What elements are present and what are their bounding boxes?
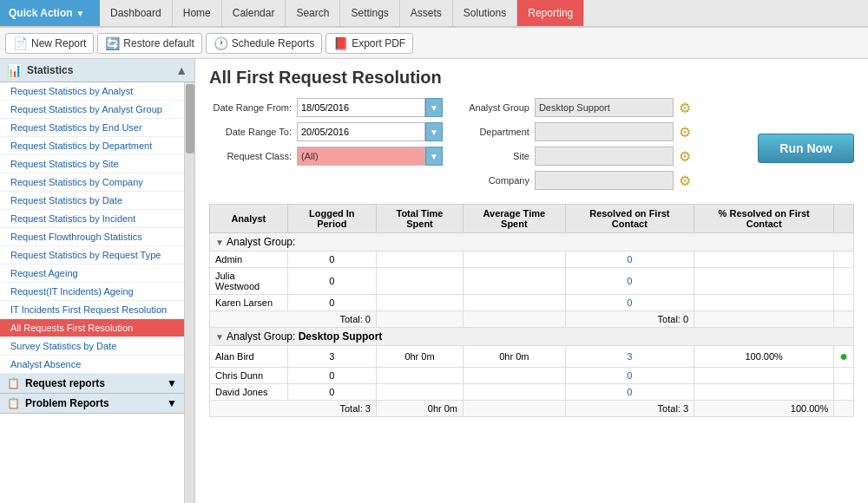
top-nav: Quick Action ▼ Dashboard Home Calendar S… (0, 0, 868, 28)
problem-reports-label: Problem Reports (25, 397, 109, 409)
row-total-time (376, 268, 463, 295)
date-from-input[interactable] (297, 98, 425, 117)
sidebar-item-end-user[interactable]: Request Statistics by End User (0, 119, 184, 137)
table-header-row: Analyst Logged In Period Total Time Spen… (210, 205, 854, 233)
sidebar-item-it-ageing[interactable]: Request(IT Incidents) Ageing (0, 283, 184, 301)
site-input[interactable] (535, 147, 674, 166)
sidebar-item-incident[interactable]: Request Statistics by Incident (0, 210, 184, 228)
group2-toggle[interactable]: ▼ (215, 332, 224, 342)
right-form-col: Analyst Group ⚙ Department ⚙ Site ⚙ Comp… (460, 98, 732, 190)
tab-home[interactable]: Home (173, 0, 222, 26)
sidebar-scrollbar-thumb[interactable] (186, 84, 194, 154)
department-icon-btn[interactable]: ⚙ (679, 124, 691, 140)
site-icon-btn[interactable]: ⚙ (679, 148, 691, 165)
sidebar-item-analyst[interactable]: Request Statistics by Analyst (0, 82, 184, 101)
date-from-dropdown[interactable]: ▼ (425, 98, 443, 117)
group1-total-indicator (834, 311, 854, 328)
sidebar-item-site[interactable]: Request Statistics by Site (0, 155, 184, 173)
sidebar-section-stats: 📊 Statistics ▲ (0, 59, 194, 82)
sidebar-collapse-btn[interactable]: ▲ (175, 63, 187, 77)
tab-assets[interactable]: Assets (400, 0, 453, 26)
department-label: Department (460, 127, 529, 137)
date-to-input[interactable] (297, 122, 425, 141)
company-row: Company ⚙ (460, 171, 732, 190)
row-logged: 0 (287, 368, 376, 384)
row-logged: 0 (287, 268, 376, 295)
sidebar-item-analyst-group[interactable]: Request Statistics by Analyst Group (0, 101, 184, 119)
sidebar-item-ageing[interactable]: Request Ageing (0, 265, 184, 283)
run-now-button[interactable]: Run Now (758, 134, 854, 163)
table-row: ▼ Analyst Group: Desktop Support (210, 328, 854, 346)
quick-action-label: Quick Action (9, 7, 73, 19)
company-icon-btn[interactable]: ⚙ (679, 173, 691, 189)
row-avg-time (464, 295, 566, 311)
sidebar: 📊 Statistics ▲ Request Statistics by Ana… (0, 59, 195, 503)
request-reports-label: Request reports (25, 377, 105, 389)
schedule-icon: 🕐 (214, 36, 228, 50)
row-indicator (834, 268, 854, 295)
group2-avg-time (464, 401, 566, 417)
sidebar-item-all-requests[interactable]: All Requests First Resolution (0, 319, 184, 337)
left-form-col: Date Range From: ▼ Date Range To: ▼ Requ… (209, 98, 443, 190)
new-report-button[interactable]: 📄 New Report (5, 33, 94, 54)
row-pct (694, 252, 834, 268)
row-pct (694, 384, 834, 401)
analyst-group-icon-btn[interactable]: ⚙ (679, 100, 691, 116)
department-input[interactable] (535, 122, 674, 141)
tab-calendar[interactable]: Calendar (222, 0, 286, 26)
tab-reporting[interactable]: Reporting (517, 0, 584, 26)
request-class-dropdown[interactable]: ▼ (425, 147, 443, 166)
sidebar-item-absence[interactable]: Analyst Absence (0, 356, 184, 374)
pdf-icon: 📕 (333, 36, 348, 50)
quick-action-chevron: ▼ (76, 9, 85, 18)
sidebar-subsection-problem[interactable]: 📋 Problem Reports ▼ (0, 394, 184, 414)
sidebar-item-it-first-request[interactable]: IT Incidents First Request Resolution (0, 301, 184, 319)
row-avg-time (464, 268, 566, 295)
export-pdf-button[interactable]: 📕 Export PDF (326, 33, 413, 54)
group2-label: Analyst Group: Desktop Support (227, 330, 382, 343)
restore-default-button[interactable]: 🔄 Restore default (97, 33, 201, 54)
row-logged: 0 (287, 252, 376, 268)
tab-solutions[interactable]: Solutions (453, 0, 517, 26)
row-total-time (376, 384, 463, 401)
tab-settings[interactable]: Settings (340, 0, 399, 26)
sidebar-item-survey[interactable]: Survey Statistics by Date (0, 337, 184, 356)
export-label: Export PDF (352, 37, 405, 49)
group1-toggle[interactable]: ▼ (215, 238, 224, 247)
green-indicator: ● (839, 349, 848, 363)
row-pct (694, 268, 834, 295)
table-row: Admin 0 0 (210, 252, 854, 268)
company-input[interactable] (535, 171, 674, 190)
sidebar-item-company[interactable]: Request Statistics by Company (0, 173, 184, 192)
group1-header: ▼ Analyst Group: (210, 233, 854, 252)
date-to-field: ▼ (297, 122, 443, 141)
tab-search[interactable]: Search (286, 0, 340, 26)
request-class-input[interactable] (297, 147, 425, 166)
group1-total-resolved: Total: 0 (565, 311, 694, 328)
row-indicator (834, 252, 854, 268)
row-pct (694, 295, 834, 311)
sidebar-item-department[interactable]: Request Statistics by Department (0, 137, 184, 155)
sidebar-item-flowthrough[interactable]: Request Flowthrough Statistics (0, 228, 184, 246)
col-indicator (834, 205, 854, 233)
row-indicator (834, 295, 854, 311)
sidebar-item-request-type[interactable]: Request Statistics by Request Type (0, 246, 184, 265)
row-total-time (376, 252, 463, 268)
row-indicator (834, 368, 854, 384)
quick-action-button[interactable]: Quick Action ▼ (0, 0, 100, 26)
row-total-time (376, 368, 463, 384)
table-row: Chris Dunn 0 0 (210, 368, 854, 384)
sidebar-subsection-request[interactable]: 📋 Request reports ▼ (0, 374, 184, 394)
company-label: Company (460, 175, 529, 186)
row-logged: 3 (287, 346, 376, 368)
sidebar-item-date[interactable]: Request Statistics by Date (0, 192, 184, 210)
date-from-row: Date Range From: ▼ (209, 98, 443, 117)
sidebar-scrollbar[interactable] (184, 82, 194, 503)
table-row: Karen Larsen 0 0 (210, 295, 854, 311)
schedule-reports-button[interactable]: 🕐 Schedule Reports (206, 33, 322, 54)
date-to-dropdown[interactable]: ▼ (425, 122, 443, 141)
row-indicator: ● (834, 346, 854, 368)
analyst-group-input[interactable] (535, 98, 674, 117)
tab-dashboard[interactable]: Dashboard (100, 0, 173, 26)
col-logged: Logged In Period (287, 205, 376, 233)
